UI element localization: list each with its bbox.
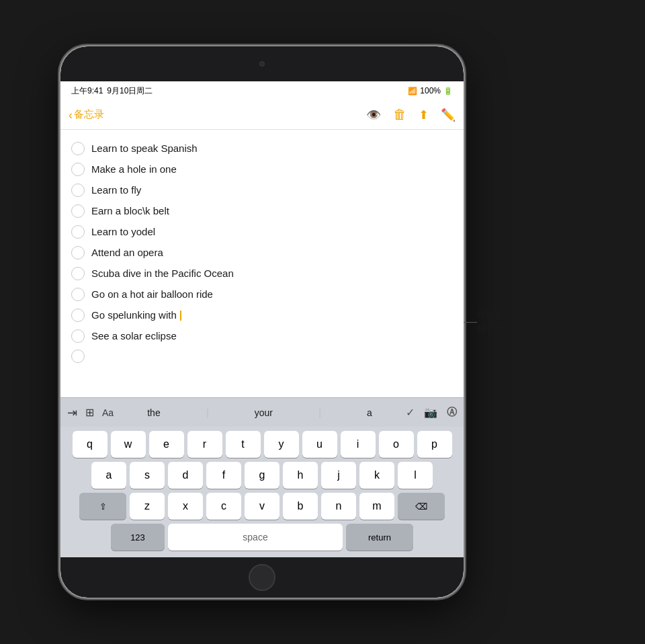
checklist-item-11[interactable] [71,346,453,366]
bottom-bezel [60,557,464,598]
key-t[interactable]: t [226,431,261,458]
key-d[interactable]: d [168,462,203,489]
suggestion-a[interactable]: a [361,406,378,419]
key-h[interactable]: h [283,462,318,489]
key-f[interactable]: f [206,462,241,489]
checklist-item-8[interactable]: Go on a hot air balloon ride [71,284,453,305]
collaboration-icon[interactable]: 👁️ [366,108,381,122]
item-text-3: Learn to fly [91,183,141,197]
checklist-item-6[interactable]: Attend an opera [71,242,453,263]
keyboard-row-4: 123 space return [63,524,461,551]
checklist-item-1[interactable]: Learn to speak Spanish [71,138,453,159]
key-e[interactable]: e [149,431,184,458]
key-s[interactable]: s [130,462,165,489]
key-return[interactable]: return [346,524,413,551]
checkbox-9[interactable] [71,309,85,322]
key-r[interactable]: r [187,431,222,458]
key-m[interactable]: m [359,493,394,520]
item-text-10: See a solar eclipse [91,329,177,343]
note-content: Learn to speak Spanish Make a hole in on… [60,130,464,397]
nav-bar: ‹ 备忘录 👁️ 🗑 ⬆ ✏️ [60,100,464,130]
toolbar-format-button[interactable]: Aa [102,407,114,418]
checkbox-10[interactable] [71,329,85,343]
key-i[interactable]: i [341,431,376,458]
key-backspace[interactable]: ⌫ [398,493,445,520]
toolbar-suggestions: the | your | a [122,406,398,419]
toolbar-at-icon[interactable]: Ⓐ [447,406,457,419]
battery-percent: 100% [420,86,441,95]
checklist-item-3[interactable]: Learn to fly [71,179,453,200]
trash-icon[interactable]: 🗑 [393,107,406,122]
key-shift[interactable]: ⇧ [79,493,126,520]
key-n[interactable]: n [321,493,356,520]
item-text-1: Learn to speak Spanish [91,141,198,155]
key-o[interactable]: o [379,431,414,458]
checkbox-1[interactable] [71,142,85,155]
status-bar: 上午9:41 9月10日周二 📶 100% 🔋 [60,81,464,100]
status-time: 上午9:41 [71,85,103,97]
key-j[interactable]: j [321,462,356,489]
suggestion-the[interactable]: the [142,406,165,419]
compose-icon[interactable]: ✏️ [441,108,456,122]
text-cursor [180,311,181,321]
checkbox-5[interactable] [71,225,85,239]
item-text-2: Make a hole in one [91,162,177,176]
key-u[interactable]: u [302,431,337,458]
item-text-7: Scuba dive in the Pacific Ocean [91,266,234,280]
item-text-5: Learn to yodel [91,225,155,239]
key-p[interactable]: p [417,431,452,458]
status-date: 9月10日周二 [107,85,153,97]
item-text-4: Earn a bloc\k belt [91,204,169,218]
keyboard-row-3: ⇧ z x c v b n m ⌫ [63,493,461,520]
keyboard-row-1: q w e r t y u i o p [63,431,461,458]
home-button[interactable] [249,564,275,591]
key-c[interactable]: c [206,493,241,520]
key-a[interactable]: a [91,462,126,489]
checkbox-4[interactable] [71,204,85,218]
key-space[interactable]: space [168,524,343,551]
toolbar-list-icon[interactable]: ⇥ [67,405,77,420]
key-z[interactable]: z [130,493,165,520]
checklist-item-4[interactable]: Earn a bloc\k belt [71,200,453,221]
key-q[interactable]: q [73,431,108,458]
key-l[interactable]: l [398,462,433,489]
key-v[interactable]: v [245,493,280,520]
checklist-item-2[interactable]: Make a hole in one [71,159,453,179]
wifi-icon: 📶 [408,87,417,95]
checkbox-2[interactable] [71,163,85,176]
toolbar-camera-icon[interactable]: 📷 [424,406,437,419]
key-k[interactable]: k [359,462,394,489]
item-text-6: Attend an opera [91,245,163,259]
item-text-8: Go on a hot air balloon ride [91,287,213,301]
keyboard-row-2: a s d f g h j k l [63,462,461,489]
toolbar-table-icon[interactable]: ⊞ [85,406,94,419]
item-text-9: Go spelunking with [91,308,181,322]
top-bezel [60,46,464,81]
back-chevron-icon: ‹ [69,109,73,121]
key-w[interactable]: w [111,431,146,458]
key-g[interactable]: g [245,462,280,489]
checklist-item-10[interactable]: See a solar eclipse [71,325,453,346]
camera-dot [259,61,265,67]
keyboard-toolbar: ⇥ ⊞ Aa the | your | a ✓ 📷 Ⓐ [60,397,464,427]
key-x[interactable]: x [168,493,203,520]
key-y[interactable]: y [264,431,299,458]
share-icon[interactable]: ⬆ [419,108,429,122]
suggestion-your[interactable]: your [249,406,278,419]
checkbox-7[interactable] [71,267,85,280]
checkbox-6[interactable] [71,246,85,259]
nav-actions: 👁️ 🗑 ⬆ ✏️ [366,107,456,122]
checklist-item-9[interactable]: Go spelunking with [71,305,453,325]
key-numbers[interactable]: 123 [111,524,165,551]
checkbox-11[interactable] [71,350,85,363]
keyboard-section: ⇥ ⊞ Aa the | your | a ✓ 📷 Ⓐ [60,397,464,557]
checklist-item-7[interactable]: Scuba dive in the Pacific Ocean [71,263,453,284]
nav-back-label: 备忘录 [74,108,104,121]
annotation-text: 在键盘上四处拖移可 移动插入点。 [477,308,585,336]
nav-back-button[interactable]: ‹ 备忘录 [69,108,104,121]
toolbar-checkmark-icon[interactable]: ✓ [406,406,415,419]
key-b[interactable]: b [283,493,318,520]
checkbox-8[interactable] [71,288,85,301]
checkbox-3[interactable] [71,184,85,197]
checklist-item-5[interactable]: Learn to yodel [71,221,453,242]
